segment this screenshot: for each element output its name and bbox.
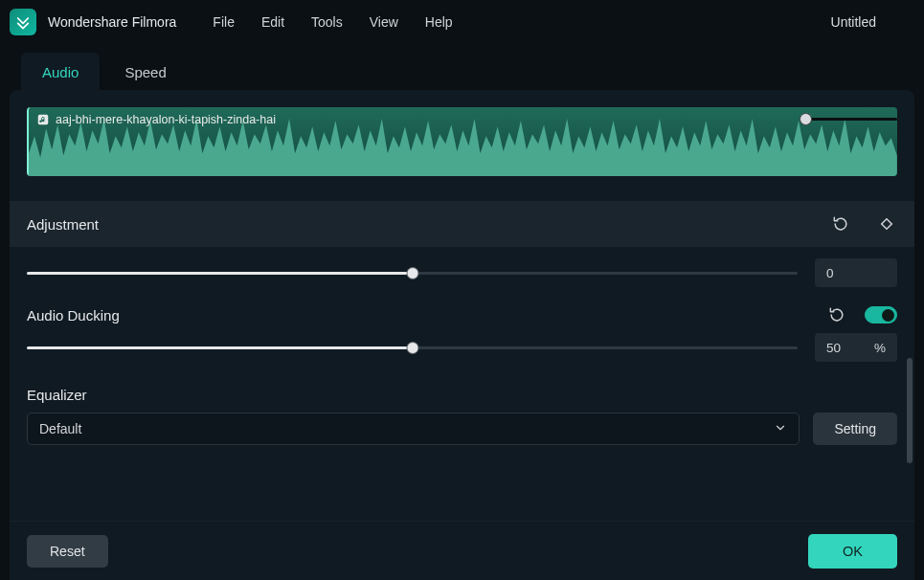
ducking-slider[interactable] xyxy=(27,339,798,356)
tab-speed[interactable]: Speed xyxy=(103,53,187,90)
adjustment-value[interactable]: 0 xyxy=(815,258,897,287)
clip-row: aaj-bhi-mere-khayalon-ki-tapish-zinda-ha… xyxy=(10,90,914,184)
ducking-toggle[interactable] xyxy=(865,306,897,323)
equalizer-label-row: Equalizer xyxy=(10,366,914,407)
menu-file[interactable]: File xyxy=(213,14,235,30)
clip-name: aaj-bhi-mere-khayalon-ki-tapish-zinda-ha… xyxy=(56,113,276,126)
adjustment-header: Adjustment xyxy=(10,201,914,247)
adjustment-slider-row: 0 xyxy=(10,255,914,291)
ducking-reset-icon[interactable] xyxy=(826,304,847,325)
scrollbar-thumb[interactable] xyxy=(907,358,913,463)
audio-clip[interactable]: aaj-bhi-mere-khayalon-ki-tapish-zinda-ha… xyxy=(27,107,897,176)
equalizer-setting-button[interactable]: Setting xyxy=(813,413,897,445)
equalizer-label: Equalizer xyxy=(27,387,87,403)
panel-footer: Reset OK xyxy=(10,521,914,580)
clip-label: aaj-bhi-mere-khayalon-ki-tapish-zinda-ha… xyxy=(36,113,276,126)
adjustment-slider[interactable] xyxy=(27,264,798,281)
menu-help[interactable]: Help xyxy=(425,14,453,30)
ducking-value[interactable]: 50 % xyxy=(815,333,897,362)
menu-edit[interactable]: Edit xyxy=(261,14,284,30)
tab-strip: Audio Speed xyxy=(0,44,924,90)
equalizer-select[interactable]: Default xyxy=(27,413,800,445)
svg-rect-1 xyxy=(882,219,892,230)
ok-button[interactable]: OK xyxy=(808,534,897,569)
clip-volume-slider[interactable] xyxy=(800,113,897,125)
tab-audio[interactable]: Audio xyxy=(21,53,100,90)
app-title: Wondershare Filmora xyxy=(48,14,176,30)
document-title: Untitled xyxy=(831,14,876,30)
menubar: Wondershare Filmora File Edit Tools View… xyxy=(0,0,924,44)
chevron-down-icon xyxy=(774,421,787,437)
music-note-icon xyxy=(36,113,50,126)
menu-tools[interactable]: Tools xyxy=(311,14,343,30)
audio-ducking-label: Audio Ducking xyxy=(27,307,120,323)
audio-ducking-row: Audio Ducking xyxy=(10,291,914,329)
keyframe-icon[interactable] xyxy=(876,213,897,234)
equalizer-row: Default Setting xyxy=(10,407,914,455)
adjustment-label: Adjustment xyxy=(27,216,99,233)
menu-view[interactable]: View xyxy=(370,14,398,30)
reset-icon[interactable] xyxy=(830,213,851,234)
audio-panel: aaj-bhi-mere-khayalon-ki-tapish-zinda-ha… xyxy=(10,90,914,580)
ducking-slider-row: 50 % xyxy=(10,329,914,366)
reset-button[interactable]: Reset xyxy=(27,535,108,568)
app-logo xyxy=(10,9,36,35)
